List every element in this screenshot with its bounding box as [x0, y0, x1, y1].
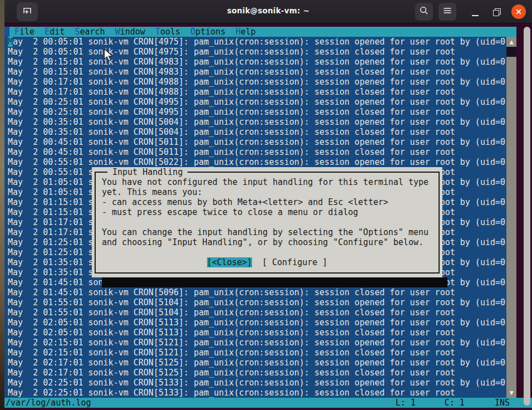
dialog-body: You have not configured the input handli… [102, 177, 428, 247]
restore-icon [493, 8, 500, 16]
terminal-window: sonik@sonik-vm: ~ [4, 0, 532, 410]
dialog-text-line: - must press escape twice to close a men… [102, 207, 428, 217]
log-line[interactable]: May 2 02:17:01 sonik-vm CRON[5125]: pam_… [8, 368, 510, 378]
log-line[interactable]: May 2 02:25:01 sonik-vm CRON[5133]: pam_… [8, 388, 510, 398]
dialog-text-line: You can change the input handling by sel… [102, 227, 428, 237]
window-header-bar: sonik@sonik-vm: ~ [4, 0, 532, 23]
log-line[interactable]: May 2 00:25:01 sonik-vm CRON[4995]: pam_… [8, 97, 510, 107]
dialog-button-row: [<Close>] [ Configure ] [92, 257, 442, 267]
scroll-down-arrow-icon[interactable]: ▼ [506, 388, 516, 398]
log-line[interactable]: May 2 02:15:01 sonik-vm CRON[5121]: pam_… [8, 348, 510, 358]
log-line[interactable]: May 2 01:55:01 sonik-vm CRON[5104]: pam_… [8, 297, 510, 308]
menu-item-file[interactable]: File [14, 27, 35, 37]
menu-item-help[interactable]: Help [235, 27, 255, 37]
close-icon [515, 7, 522, 17]
log-line[interactable]: May 2 02:05:01 sonik-vm CRON[5113]: pam_… [8, 318, 510, 328]
hamburger-icon [442, 5, 453, 18]
menu-item-search[interactable]: Search [75, 27, 105, 37]
scroll-up-arrow-icon[interactable]: ▲ [506, 37, 516, 47]
log-line[interactable]: May 2 00:05:01 sonik-vm CRON[4975]: pam_… [8, 47, 510, 57]
minimize-button[interactable] [466, 3, 484, 21]
menu-item-options[interactable]: Options [190, 27, 225, 37]
log-line[interactable]: May 2 00:25:01 sonik-vm CRON[4995]: pam_… [8, 107, 510, 117]
dialog-title: Input Handling [107, 167, 188, 177]
status-bar: /var/log/auth.log L: 1 C: 1 INS [4, 398, 532, 408]
configure-button[interactable]: [ Configure ] [262, 257, 327, 267]
editor-scrollbar[interactable]: ▲ ▼ [506, 37, 516, 398]
dialog-text-line: You have not configured the input handli… [102, 177, 428, 187]
new-tab-icon [22, 5, 33, 18]
hamburger-menu-button[interactable] [439, 3, 456, 21]
editor-scrollbar-thumb[interactable] [506, 47, 516, 57]
log-line[interactable]: May 2 00:45:01 sonik-vm CRON[5011]: pam_… [8, 137, 510, 147]
dialog-text-line [102, 217, 428, 227]
status-file-path: /var/log/auth.log [6, 398, 91, 408]
log-line[interactable]: May 2 00:05:01 sonik-vm CRON[4975]: pam_… [8, 37, 510, 47]
desktop: { "colors": { "accent_cyan": "#2AA1B3", … [0, 0, 532, 410]
menubar-cursor-cell [4, 27, 9, 37]
search-icon [418, 5, 430, 18]
mouse-cursor-icon [104, 48, 114, 65]
dialog-text-line: and choosing "Input Handling", or by cho… [102, 237, 428, 247]
text-cursor: M [8, 37, 13, 47]
log-line[interactable]: May 2 01:45:01 sonik-vm CRON[5096]: pam_… [8, 287, 510, 297]
log-line[interactable]: May 2 00:45:01 sonik-vm CRON[5011]: pam_… [8, 147, 510, 157]
dialog-text-line: yet. This means you: [102, 187, 428, 197]
log-line[interactable]: May 2 00:17:01 sonik-vm CRON[4988]: pam_… [8, 87, 510, 97]
log-line[interactable]: May 2 00:55:01 sonik-vm CRON[5022]: pam_… [8, 157, 510, 167]
log-line[interactable]: May 2 00:15:01 sonik-vm CRON[4983]: pam_… [8, 67, 510, 77]
close-button[interactable] [511, 4, 526, 19]
log-line[interactable]: May 2 02:15:01 sonik-vm CRON[5121]: pam_… [8, 338, 510, 348]
status-column-indicator: C: 1 [445, 398, 465, 408]
dialog-shadow [102, 277, 447, 287]
input-handling-dialog: Input Handling You have not configured t… [92, 167, 442, 277]
status-line-indicator: L: 1 [396, 398, 416, 408]
dialog-text-line: - can access menus by both Meta+<letter>… [102, 197, 428, 207]
desktop-background-strip [0, 0, 4, 410]
log-line[interactable]: May 2 00:35:01 sonik-vm CRON[5004]: pam_… [8, 117, 510, 127]
menu-item-window[interactable]: Window [115, 27, 145, 37]
close-dialog-button[interactable]: [<Close>] [207, 257, 252, 267]
log-line[interactable]: May 2 02:05:01 sonik-vm CRON[5113]: pam_… [8, 328, 510, 338]
menu-item-edit[interactable]: Edit [45, 27, 65, 37]
restore-button[interactable] [487, 3, 505, 21]
log-line[interactable]: May 2 00:35:01 sonik-vm CRON[5004]: pam_… [8, 127, 510, 137]
log-line[interactable]: May 2 02:25:01 sonik-vm CRON[5133]: pam_… [8, 378, 510, 388]
menu-bar: File Edit Search Window Tools Options He… [4, 27, 516, 37]
log-line[interactable]: May 2 00:17:01 sonik-vm CRON[4988]: pam_… [8, 77, 510, 87]
new-tab-button[interactable] [17, 2, 38, 21]
minimize-icon [472, 15, 479, 16]
status-insert-mode: INS [495, 398, 510, 408]
search-button[interactable] [415, 3, 433, 21]
log-line[interactable]: May 2 02:17:01 sonik-vm CRON[5125]: pam_… [8, 358, 510, 368]
log-line[interactable]: May 2 01:55:01 sonik-vm CRON[5104]: pam_… [8, 308, 510, 318]
log-line[interactable]: May 2 00:15:01 sonik-vm CRON[4983]: pam_… [8, 57, 510, 67]
terminal-scrollbar[interactable] [524, 27, 530, 406]
menu-item-tools[interactable]: Tools [155, 27, 180, 37]
